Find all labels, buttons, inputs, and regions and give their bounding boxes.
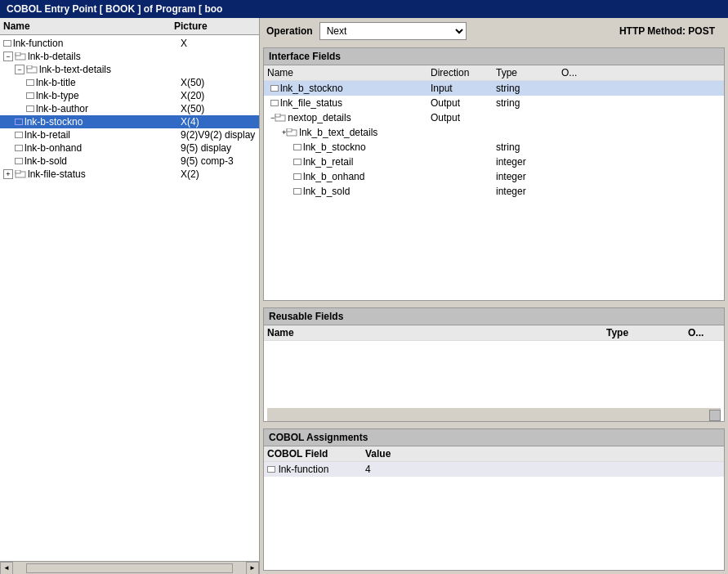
if-row-lnk-b-text-details[interactable]: + lnk_b_text_details [264, 125, 724, 140]
if-table-header: Name Direction Type O... [264, 65, 724, 81]
interface-fields-section: Interface Fields Name Direction Type O..… [263, 47, 725, 301]
expander-minus[interactable]: − [15, 65, 25, 74]
leaf-icon [3, 40, 11, 47]
leaf-icon [293, 188, 301, 195]
leaf-icon [293, 173, 301, 180]
if-row-name: lnk_b_sold [267, 186, 431, 197]
if-table-content[interactable]: lnk_b_stockno Input string lnk_file_stat… [264, 81, 724, 300]
if-row-type: integer [496, 171, 561, 182]
rf-col-o: O... [688, 327, 721, 339]
if-col-direction: Direction [431, 67, 496, 78]
tree-item-lnk-b-sold[interactable]: lnk-b-sold 9(5) comp-3 [0, 155, 259, 168]
tree-area[interactable]: lnk-function X − lnk-b-details − [0, 35, 259, 561]
leaf-icon [15, 158, 23, 164]
ca-header: COBOL Assignments [264, 429, 724, 446]
node-picture: 9(2)V9(2) display [177, 129, 259, 141]
tree-item-lnk-file-status[interactable]: + lnk-file-status X(2) [0, 168, 259, 181]
node-label: lnk-file-status [28, 168, 177, 180]
node-picture: X(4) [177, 116, 259, 128]
if-col-type: Type [496, 67, 561, 78]
if-row-name: lnk_file_status [267, 97, 431, 109]
leaf-icon [15, 145, 23, 151]
left-scrollbar[interactable]: ◄ ► [0, 561, 259, 574]
if-row-direction: Output [431, 97, 496, 109]
node-picture: X [177, 38, 259, 49]
ca-table-header: COBOL Field Value [264, 446, 724, 462]
if-row-name: lnk_b_stockno [267, 141, 431, 153]
node-label: lnk-b-retail [25, 129, 177, 141]
node-label: lnk-b-text-details [39, 64, 177, 75]
group-icon [15, 52, 26, 61]
svg-rect-5 [16, 170, 20, 173]
rf-scroll-thumb[interactable] [709, 410, 721, 421]
expander-minus[interactable]: − [3, 52, 13, 61]
leaf-icon [26, 79, 34, 86]
if-row-name: lnk_b_onhand [267, 171, 431, 182]
tree-item-lnk-b-title[interactable]: lnk-b-title X(50) [0, 76, 259, 89]
node-label: lnk-b-sold [25, 155, 177, 167]
svg-rect-3 [27, 65, 32, 69]
col-picture-header: Picture [174, 20, 256, 32]
left-panel: Name Picture lnk-function X − [0, 18, 260, 574]
tree-item-lnk-b-onhand[interactable]: lnk-b-onhand 9(5) display [0, 141, 259, 155]
http-method-label: HTTP Method: POST [619, 25, 715, 37]
node-label: lnk-function [13, 38, 177, 49]
tree-item-lnk-b-author[interactable]: lnk-b-author X(50) [0, 102, 259, 115]
svg-rect-9 [287, 128, 292, 132]
if-col-name: Name [267, 67, 431, 78]
node-picture: 9(5) display [177, 142, 259, 154]
node-label: lnk-b-title [36, 77, 177, 88]
rf-scrollbar[interactable] [267, 408, 721, 421]
node-label: lnk-b-type [36, 90, 177, 101]
group-icon [275, 114, 286, 122]
node-picture: X(50) [177, 103, 259, 114]
group-icon [15, 170, 26, 178]
expander-plus[interactable]: + [3, 169, 13, 179]
tree-item-lnk-b-text-details[interactable]: − lnk-b-text-details [0, 63, 259, 76]
svg-rect-1 [16, 52, 20, 56]
if-row-lnk-b-stockno2[interactable]: lnk_b_stockno string [264, 140, 724, 155]
node-label: lnk-b-onhand [25, 142, 177, 154]
scroll-left-btn[interactable]: ◄ [0, 562, 13, 575]
ca-table-content[interactable]: lnk-function 4 [264, 462, 724, 570]
if-row-lnk-file-status[interactable]: lnk_file_status Output string [264, 96, 724, 110]
node-picture: 9(5) comp-3 [177, 155, 259, 167]
node-picture: X(2) [177, 168, 259, 180]
rf-table-content[interactable] [264, 341, 724, 408]
leaf-icon [293, 159, 301, 165]
tree-item-lnk-b-retail[interactable]: lnk-b-retail 9(2)V9(2) display [0, 128, 259, 141]
node-label: lnk-b-details [28, 51, 177, 62]
if-row-lnk-b-retail[interactable]: lnk_b_retail integer [264, 155, 724, 169]
if-row-lnk-b-onhand[interactable]: lnk_b_onhand integer [264, 169, 724, 184]
group-icon [26, 65, 38, 74]
if-row-lnk-b-sold[interactable]: lnk_b_sold integer [264, 184, 724, 199]
if-row-type: string [496, 83, 561, 94]
scroll-right-btn[interactable]: ► [246, 562, 259, 575]
tree-item-lnk-function[interactable]: lnk-function X [0, 37, 259, 50]
node-picture: X(20) [177, 90, 259, 101]
content-area: Name Picture lnk-function X − [0, 18, 728, 574]
if-row-nextop-details[interactable]: − nextop_details Output [264, 110, 724, 125]
leaf-icon [26, 92, 34, 99]
tree-item-lnk-b-details[interactable]: − lnk-b-details [0, 50, 259, 63]
if-row-type: string [496, 141, 561, 153]
leaf-icon [15, 119, 23, 125]
main-container: COBOL Entry Point [ BOOK ] of Program [ … [0, 0, 728, 574]
ca-row-lnk-function[interactable]: lnk-function 4 [264, 462, 724, 477]
leaf-icon [270, 85, 279, 92]
if-row-direction: Input [431, 83, 496, 94]
ca-col-field: COBOL Field [267, 448, 365, 460]
operation-select[interactable]: Next Previous First Last [319, 22, 467, 40]
tree-item-lnk-b-stockno[interactable]: lnk-b-stockno X(4) [0, 115, 259, 128]
node-picture: X(50) [177, 77, 259, 88]
leaf-icon [293, 144, 301, 150]
interface-fields-header: Interface Fields [264, 48, 724, 65]
tree-item-lnk-b-type[interactable]: lnk-b-type X(20) [0, 89, 259, 102]
reusable-fields-section: Reusable Fields Name Type O... [263, 307, 725, 422]
reusable-fields-header: Reusable Fields [264, 308, 724, 325]
scroll-track[interactable] [26, 563, 233, 573]
leaf-icon [26, 105, 34, 112]
if-row-lnk-b-stockno[interactable]: lnk_b_stockno Input string [264, 81, 724, 96]
if-row-name: lnk_b_stockno [267, 83, 431, 94]
operation-bar: Operation Next Previous First Last HTTP … [260, 18, 728, 44]
